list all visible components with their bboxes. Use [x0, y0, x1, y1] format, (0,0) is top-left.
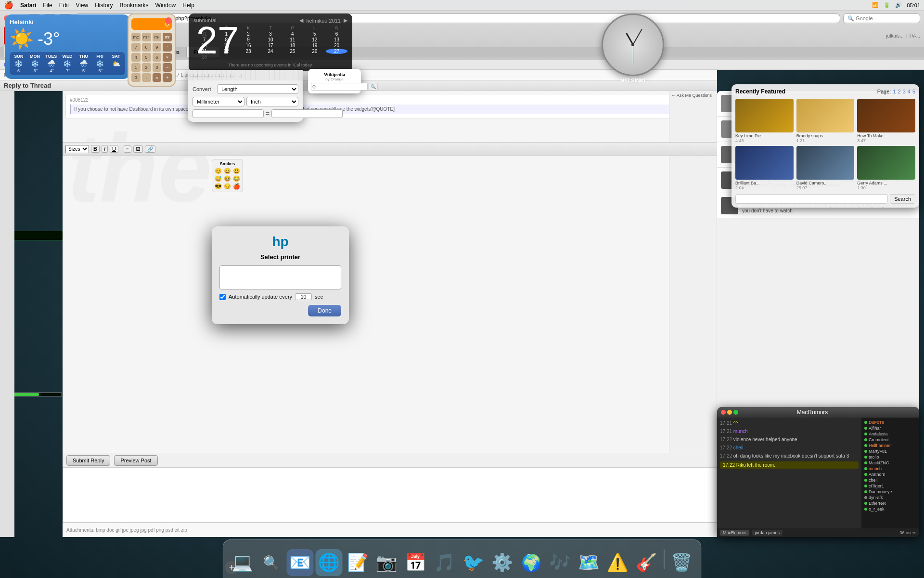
featured-page-2[interactable]: 2: [898, 89, 901, 94]
featured-search-button[interactable]: Search: [890, 194, 915, 204]
calc-sub[interactable]: −: [163, 63, 172, 72]
site-link-tv[interactable]: TV-...: [909, 33, 920, 39]
dock-music[interactable]: 🎵: [431, 549, 458, 576]
menubar-window[interactable]: Window: [155, 2, 176, 9]
menubar-safari[interactable]: Safari: [20, 2, 36, 9]
dock-trash[interactable]: 🗑️: [668, 549, 695, 576]
calc-2[interactable]: 2: [142, 63, 151, 72]
smiley-3[interactable]: 😃: [232, 168, 241, 174]
chat-tab-macrumors[interactable]: MacRumors: [720, 530, 749, 536]
cal-prev-icon[interactable]: ◀: [299, 17, 303, 24]
smiley-9[interactable]: 🍎: [232, 183, 241, 190]
smiley-7[interactable]: 😎: [214, 183, 222, 190]
dock-finder[interactable]: 💻: [229, 549, 256, 576]
calc-5[interactable]: 5: [142, 53, 151, 62]
dock-itunes[interactable]: 🎶: [547, 549, 574, 576]
featured-item-5[interactable]: David Camero... 25:07: [796, 146, 855, 190]
featured-page-1[interactable]: 1: [893, 89, 896, 94]
auto-update-interval-input[interactable]: [295, 293, 312, 300]
menubar-help[interactable]: Help: [182, 2, 194, 9]
calc-3[interactable]: 3: [153, 63, 162, 72]
cal-next-icon[interactable]: ▶: [344, 17, 347, 24]
converter-to-input[interactable]: [271, 109, 343, 118]
calc-add[interactable]: +: [163, 73, 172, 82]
menubar-file[interactable]: File: [43, 2, 52, 9]
menubar-edit[interactable]: Edit: [59, 2, 69, 9]
dock-settings[interactable]: ⚙️: [489, 549, 516, 576]
print-done-button[interactable]: Done: [308, 305, 341, 316]
chat-minimize[interactable]: [727, 410, 732, 415]
calc-m-[interactable]: m-: [153, 33, 162, 41]
featured-item-6[interactable]: Gerry Adams ... 1:30: [857, 146, 915, 190]
smiley-2[interactable]: 😄: [223, 168, 231, 174]
calc-div[interactable]: ÷: [163, 43, 172, 52]
dock-vlc[interactable]: ⚠️: [604, 549, 631, 576]
printer-list[interactable]: [219, 265, 341, 289]
featured-item-1[interactable]: Key Lime Pie... 4:43: [735, 99, 794, 143]
calc-dot[interactable]: .: [142, 73, 151, 82]
calc-mr[interactable]: mr: [163, 33, 172, 41]
italic-button[interactable]: I: [102, 145, 108, 153]
smiley-8[interactable]: 😏: [223, 183, 231, 190]
converter-type-select[interactable]: Length: [217, 84, 298, 94]
featured-item-2[interactable]: Brandy snaps... 1:21: [796, 99, 855, 143]
wikipedia-search-button[interactable]: 🔍: [369, 83, 378, 91]
calc-8[interactable]: 8: [142, 43, 151, 52]
dock-iwork[interactable]: 📝: [345, 549, 372, 576]
calc-0[interactable]: 0: [131, 73, 141, 82]
featured-item-3[interactable]: How To Make ... 3:47: [857, 99, 915, 143]
link-button[interactable]: 🔗: [145, 145, 155, 153]
submit-reply-button[interactable]: Submit Reply: [66, 455, 110, 466]
font-size-select[interactable]: Sizes: [65, 145, 89, 153]
smiley-5[interactable]: 😆: [223, 175, 231, 182]
compose-textarea[interactable]: [63, 468, 717, 522]
menubar-history[interactable]: History: [95, 2, 113, 9]
converter-from-input[interactable]: [192, 109, 264, 118]
featured-item-4[interactable]: Brilliant Ba... 2:04: [735, 146, 794, 190]
converter-from-select[interactable]: Millimeter: [192, 97, 244, 106]
chat-tab-jordan[interactable]: jordan james: [752, 530, 783, 536]
calc-7[interactable]: 7: [131, 43, 141, 52]
featured-search-input[interactable]: [735, 194, 888, 204]
chat-maximize[interactable]: [733, 410, 738, 415]
calc-eq[interactable]: =: [153, 73, 162, 82]
safari-search-input[interactable]: [843, 13, 920, 23]
menubar-view[interactable]: View: [76, 2, 88, 9]
bold-button[interactable]: B: [91, 145, 100, 153]
calc-1[interactable]: 1: [131, 63, 141, 72]
chat-close[interactable]: [721, 410, 726, 415]
calc-mc[interactable]: mc: [131, 33, 141, 41]
dock-safari[interactable]: 🌐: [316, 549, 343, 576]
auto-update-checkbox[interactable]: [219, 294, 226, 300]
dock-twitter[interactable]: 🐦: [460, 549, 487, 576]
list-button[interactable]: ≡: [124, 145, 131, 153]
featured-page-5[interactable]: 5: [912, 89, 915, 94]
converter-to-select[interactable]: Inch: [246, 97, 298, 106]
image-button[interactable]: 🖼: [133, 145, 143, 153]
calc-9[interactable]: 9: [153, 43, 162, 52]
smiley-4[interactable]: 😅: [214, 175, 222, 182]
preview-post-button[interactable]: Preview Post: [114, 455, 157, 466]
smiley-6[interactable]: 😂: [232, 175, 241, 182]
menubar-bookmarks[interactable]: Bookmarks: [120, 2, 149, 9]
calc-close-button[interactable]: [165, 17, 172, 24]
featured-page-3[interactable]: 3: [903, 89, 906, 94]
dock-maps[interactable]: 🗺️: [576, 549, 603, 576]
dock-mail[interactable]: 📧: [287, 549, 314, 576]
apple-menu-icon[interactable]: 🍎: [4, 0, 13, 10]
smiley-1[interactable]: 😊: [214, 168, 222, 174]
calc-m+[interactable]: m+: [142, 33, 151, 41]
underline-button[interactable]: U: [110, 145, 118, 153]
site-link-wiki[interactable]: julkais...: [886, 33, 903, 39]
calc-6[interactable]: 6: [153, 53, 162, 62]
dock-photo[interactable]: 📷: [373, 549, 400, 576]
chat-msg-1: 17:21 ^^: [720, 420, 859, 426]
featured-page-4[interactable]: 4: [908, 89, 911, 94]
calc-mul[interactable]: ×: [163, 53, 172, 62]
dock-spotify[interactable]: 🎸: [633, 549, 660, 576]
dock-chrome[interactable]: 🌍: [518, 549, 545, 576]
calc-4[interactable]: 4: [131, 53, 141, 62]
wikipedia-search-input[interactable]: [311, 83, 368, 91]
dock-spotlight[interactable]: 🔍: [258, 549, 285, 576]
dock-calendar[interactable]: 📅: [402, 549, 429, 576]
